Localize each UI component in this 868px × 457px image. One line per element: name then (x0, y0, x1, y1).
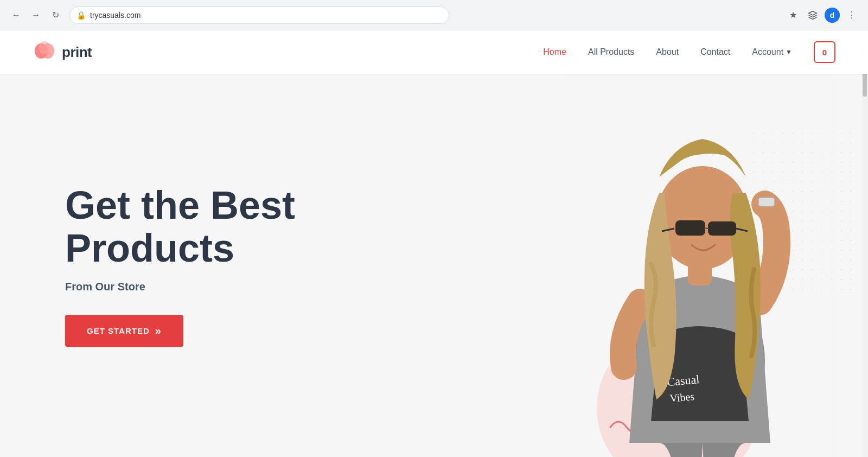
hero-woman-illustration: Casual Vibes (564, 74, 835, 457)
cart-button[interactable]: 0 (814, 41, 835, 63)
reload-button[interactable]: ↻ (48, 8, 63, 23)
logo-text: print (62, 44, 92, 61)
forward-button[interactable]: → (28, 8, 43, 23)
lock-icon: 🔒 (76, 11, 86, 20)
browser-actions: ★ d ⋮ (786, 8, 859, 23)
navbar: print Home All Products About Contact Ac… (0, 30, 868, 74)
svg-text:Casual: Casual (666, 372, 700, 389)
logo-link[interactable]: print (33, 40, 92, 64)
menu-button[interactable]: ⋮ (844, 8, 859, 23)
nav-account[interactable]: Account ▼ (752, 47, 792, 57)
browser-chrome: ← → ↻ 🔒 trycasuals.com ★ d ⋮ (0, 0, 868, 30)
bookmark-button[interactable]: ★ (786, 8, 801, 23)
browser-nav-buttons: ← → ↻ (9, 8, 63, 23)
address-bar[interactable]: 🔒 trycasuals.com (69, 7, 449, 24)
profile-avatar[interactable]: d (825, 8, 840, 23)
cart-count: 0 (822, 48, 827, 57)
svg-text:Vibes: Vibes (669, 390, 695, 404)
hero-image-area: Casual Vibes (423, 74, 868, 457)
nav-links: Home All Products About Contact Account … (543, 41, 835, 63)
cta-arrow-icon: » (155, 325, 162, 337)
logo-icon (33, 40, 56, 64)
svg-rect-10 (708, 221, 736, 236)
hero-subtitle: From Our Store (65, 281, 347, 293)
extension-button[interactable] (805, 8, 820, 23)
nav-all-products[interactable]: All Products (588, 47, 634, 57)
nav-contact[interactable]: Contact (700, 47, 730, 57)
url-text: trycasuals.com (90, 11, 141, 20)
nav-home[interactable]: Home (543, 47, 566, 57)
hero-title: Get the Best Products (65, 184, 347, 270)
svg-line-11 (704, 228, 709, 228)
scrollbar[interactable] (861, 30, 868, 457)
back-button[interactable]: ← (9, 8, 24, 23)
svg-rect-9 (675, 220, 705, 236)
hero-content: Get the Best Products From Our Store GET… (0, 184, 347, 347)
cta-button[interactable]: GET STARTED » (65, 315, 183, 347)
chevron-down-icon: ▼ (786, 48, 792, 56)
hero-section: Get the Best Products From Our Store GET… (0, 74, 868, 457)
svg-point-2 (39, 41, 50, 54)
svg-rect-14 (758, 198, 775, 206)
cta-label: GET STARTED (87, 326, 150, 335)
website-container: print Home All Products About Contact Ac… (0, 30, 868, 457)
nav-about[interactable]: About (656, 47, 679, 57)
